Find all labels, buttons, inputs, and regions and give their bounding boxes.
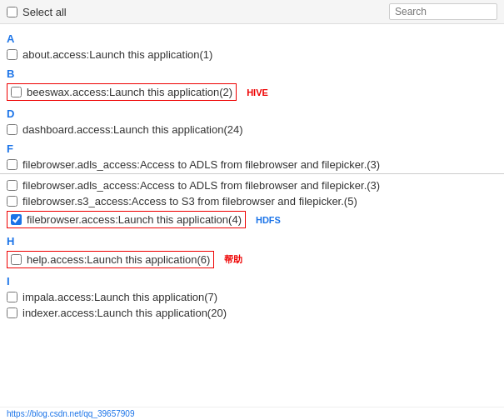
item-label-filebrowser-access: filebrowser.access:Launch this applicati… xyxy=(27,213,242,226)
list-item-filebrowser-adls-bottom: filebrowser.adls_access:Access to ADLS f… xyxy=(7,178,497,193)
list-item-beeswax: beeswax.access:Launch this application(2… xyxy=(7,82,497,102)
list-item-help: help.access:Launch this application(6) 帮… xyxy=(7,249,497,270)
list-item-dashboard: dashboard.access:Launch this application… xyxy=(7,122,497,138)
url-bar: https://blog.csdn.net/qq_39657909 xyxy=(0,407,504,420)
highlight-beeswax: beeswax.access:Launch this application(2… xyxy=(7,83,237,101)
section-letter-f: F xyxy=(7,142,497,155)
checkbox-filebrowser-s3[interactable] xyxy=(7,196,17,207)
section-letter-i: I xyxy=(7,275,497,288)
highlight-filebrowser-access: filebrowser.access:Launch this applicati… xyxy=(7,211,246,228)
select-all-label: Select all xyxy=(22,6,67,18)
item-label-filebrowser-adls-top: filebrowser.adls_access:Access to ADLS f… xyxy=(22,158,380,171)
section-letter-h: H xyxy=(7,235,497,248)
section-letter-a: A xyxy=(7,32,497,45)
list-item-filebrowser-access: filebrowser.access:Launch this applicati… xyxy=(7,209,497,230)
item-label-filebrowser-s3: filebrowser.s3_access:Access to S3 from … xyxy=(22,195,357,208)
search-input[interactable] xyxy=(389,3,497,20)
list-item-indexer: indexer.access:Launch this application(2… xyxy=(7,305,497,321)
tag-hive: HIVE xyxy=(247,88,268,98)
checkbox-dashboard[interactable] xyxy=(7,124,17,135)
checkbox-filebrowser-adls-bottom[interactable] xyxy=(7,180,17,191)
bottom-list[interactable]: filebrowser.adls_access:Access to ADLS f… xyxy=(0,174,504,407)
list-item-filebrowser-adls-top: filebrowser.adls_access:Access to ADLS f… xyxy=(7,157,497,172)
item-label-help: help.access:Launch this application(6) xyxy=(27,253,210,266)
list-item: about.access:Launch this application(1) xyxy=(7,47,497,62)
section-letter-d: D xyxy=(7,108,497,120)
tag-hdfs: HDFS xyxy=(256,215,281,225)
item-label-impala: impala.access:Launch this application(7) xyxy=(22,291,217,303)
highlight-help: help.access:Launch this application(6) xyxy=(7,251,214,268)
list-item-filebrowser-s3: filebrowser.s3_access:Access to S3 from … xyxy=(7,193,497,209)
section-letter-b: B xyxy=(7,68,497,80)
item-label-indexer: indexer.access:Launch this application(2… xyxy=(22,307,227,319)
list-item-impala: impala.access:Launch this application(7) xyxy=(7,289,497,305)
checkbox-beeswax[interactable] xyxy=(11,87,22,98)
checkbox-filebrowser-adls-top[interactable] xyxy=(7,159,17,170)
checkbox-indexer[interactable] xyxy=(7,308,17,318)
tag-help-label: 帮助 xyxy=(224,253,242,266)
select-all-area: Select all xyxy=(7,6,67,18)
header-row: Select all xyxy=(0,0,504,24)
item-label-about: about.access:Launch this application(1) xyxy=(22,48,212,61)
item-label-dashboard: dashboard.access:Launch this application… xyxy=(22,123,243,136)
item-label-filebrowser-adls-bottom: filebrowser.adls_access:Access to ADLS f… xyxy=(22,179,380,192)
checkbox-filebrowser-access[interactable] xyxy=(11,214,22,225)
item-label-beeswax: beeswax.access:Launch this application(2… xyxy=(27,86,232,98)
main-container: Select all A about.access:Launch this ap… xyxy=(0,0,504,420)
checkbox-help[interactable] xyxy=(11,254,22,265)
select-all-checkbox[interactable] xyxy=(7,7,17,18)
top-list[interactable]: A about.access:Launch this application(1… xyxy=(0,24,504,174)
checkbox-about[interactable] xyxy=(7,49,17,60)
checkbox-impala[interactable] xyxy=(7,292,17,302)
